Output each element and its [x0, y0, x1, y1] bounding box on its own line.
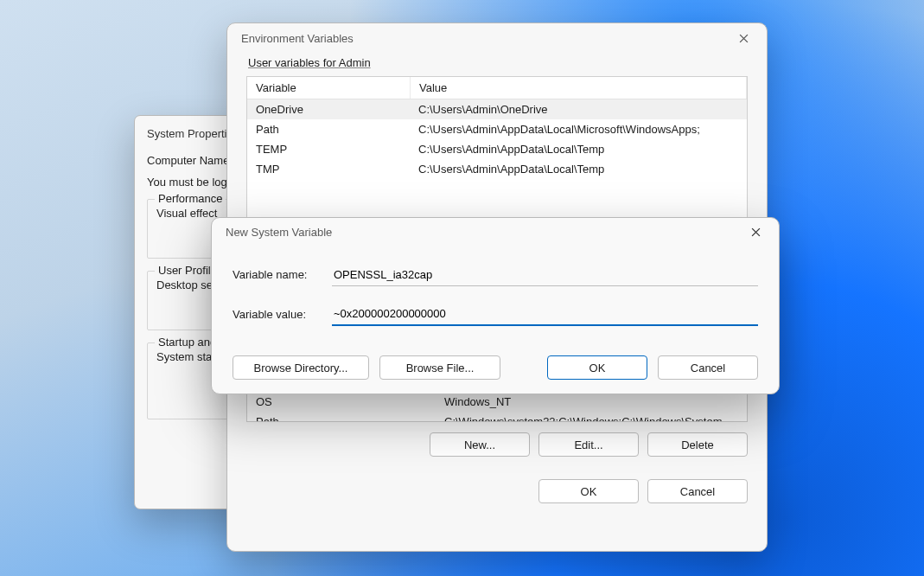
system-vars-buttons: New... Edit... Delete	[246, 432, 748, 457]
edit-button[interactable]: Edit...	[538, 432, 639, 457]
col-header-value[interactable]: Value	[411, 77, 747, 99]
newvar-titlebar[interactable]: New System Variable	[212, 218, 779, 246]
table-row[interactable]: OneDriveC:\Users\Admin\OneDrive	[247, 99, 747, 119]
group-performance-legend: Performance	[155, 192, 226, 205]
variable-name-label: Variable name:	[233, 268, 332, 281]
envvars-dialog-buttons: OK Cancel	[246, 479, 748, 503]
table-row[interactable]: OSWindows_NT	[247, 392, 747, 412]
cell-value: C:\Users\Admin\AppData\Local\Temp	[410, 139, 747, 159]
variable-name-input[interactable]	[332, 263, 758, 286]
tab-computer-name[interactable]: Computer Name	[147, 154, 229, 167]
cell-variable: OS	[247, 392, 436, 412]
browse-directory-button[interactable]: Browse Directory...	[233, 355, 369, 380]
table-row[interactable]: PathC:\Windows\system32;C:\Windows;C:\Wi…	[247, 412, 747, 422]
cell-value: Windows_NT	[436, 392, 747, 412]
variable-value-input[interactable]	[332, 302, 758, 326]
user-variables-label: User variables for Admin	[248, 56, 746, 69]
close-icon[interactable]	[742, 219, 768, 245]
cell-value: C:\Users\Admin\OneDrive	[410, 99, 747, 119]
cell-variable: Path	[247, 412, 436, 422]
cancel-button[interactable]: Cancel	[658, 355, 758, 380]
col-header-variable[interactable]: Variable	[247, 77, 411, 99]
table-row[interactable]: TEMPC:\Users\Admin\AppData\Local\Temp	[247, 139, 747, 159]
newvar-title: New System Variable	[226, 226, 332, 239]
cell-value: C:\Users\Admin\AppData\Local\Microsoft\W…	[410, 119, 747, 139]
ok-button[interactable]: OK	[547, 355, 647, 380]
ok-button[interactable]: OK	[538, 479, 639, 503]
new-button[interactable]: New...	[430, 432, 530, 457]
cell-variable: Path	[247, 119, 410, 139]
browse-file-button[interactable]: Browse File...	[379, 355, 500, 380]
envvars-title: Environment Variables	[241, 32, 354, 45]
cell-variable: TEMP	[247, 139, 410, 159]
cancel-button[interactable]: Cancel	[647, 479, 748, 503]
delete-button[interactable]: Delete	[647, 432, 748, 457]
cell-variable: OneDrive	[247, 99, 410, 119]
envvars-titlebar[interactable]: Environment Variables	[227, 23, 767, 53]
cell-variable: TMP	[247, 159, 410, 179]
new-system-variable-dialog: New System Variable Variable name: Varia…	[211, 217, 780, 394]
close-icon[interactable]	[730, 25, 756, 51]
table-row[interactable]: TMPC:\Users\Admin\AppData\Local\Temp	[247, 159, 747, 179]
variable-value-label: Variable value:	[233, 308, 332, 321]
table-row[interactable]: PathC:\Users\Admin\AppData\Local\Microso…	[247, 119, 747, 139]
cell-value: C:\Users\Admin\AppData\Local\Temp	[410, 159, 747, 179]
cell-value: C:\Windows\system32;C:\Windows;C:\Window…	[436, 412, 747, 422]
sysprops-title: System Properties	[147, 127, 239, 140]
